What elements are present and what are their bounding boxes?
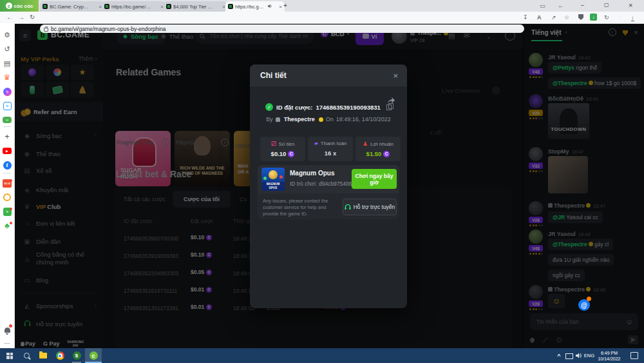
taskbar-search-icon[interactable] bbox=[18, 348, 35, 363]
coin-icon: C bbox=[383, 151, 390, 157]
clover-app-icon[interactable]: ♣ bbox=[0, 221, 14, 231]
bell-icon[interactable] bbox=[0, 325, 14, 335]
download-extension-icon[interactable]: ↓ bbox=[590, 14, 597, 21]
messenger-icon[interactable]: ϟ bbox=[0, 86, 14, 97]
tab-audio-icon[interactable] bbox=[268, 4, 272, 10]
history-icon[interactable]: ↺ bbox=[0, 44, 14, 54]
explorer-icon[interactable] bbox=[35, 348, 52, 363]
lock-icon[interactable] bbox=[44, 28, 48, 32]
coccoc-logo-icon: c bbox=[6, 3, 12, 9]
translate-icon[interactable]: A bbox=[537, 14, 542, 21]
pin-arrow-icon[interactable]: ← bbox=[558, 3, 564, 9]
copy-icon[interactable] bbox=[386, 104, 392, 110]
sync-icon[interactable]: ↻ bbox=[604, 14, 609, 21]
browser-tab-active[interactable]: B https://bc.game/vi/game × bbox=[225, 1, 285, 12]
bet-id-value[interactable]: 1746863539190093831 bbox=[316, 104, 381, 111]
address-bar[interactable]: bc.game/vi/game/magnum-opus-by-endorphin… bbox=[40, 25, 524, 33]
adblock-shield-icon[interactable] bbox=[578, 14, 583, 20]
feed-icon[interactable]: ▤ bbox=[0, 58, 14, 68]
notification-dot bbox=[10, 208, 12, 210]
payout-wallet-icon: ▰ bbox=[314, 141, 318, 146]
amount-dice-icon: ⚂ bbox=[271, 141, 276, 147]
tab-favicon: B bbox=[104, 4, 109, 9]
more-icon[interactable]: ⋯ bbox=[0, 338, 14, 348]
shopee-icon[interactable]: 10.10 bbox=[0, 178, 14, 188]
bet-user[interactable]: Thespectre bbox=[284, 116, 315, 123]
volume-tray-icon[interactable] bbox=[574, 348, 583, 363]
windows-logo-icon bbox=[6, 353, 13, 359]
games-icon[interactable]: •• bbox=[0, 115, 14, 125]
start-button[interactable] bbox=[1, 348, 18, 363]
network-tray-icon[interactable] bbox=[564, 348, 574, 363]
new-tab-button[interactable]: + bbox=[283, 2, 287, 9]
notification-dot bbox=[9, 324, 12, 328]
share-page-icon[interactable]: ↗ bbox=[551, 14, 556, 21]
tray-date: 10/14/2022 bbox=[598, 356, 620, 362]
game-id-value[interactable]: d94cb975406... bbox=[319, 181, 357, 187]
chrome-icon[interactable] bbox=[52, 348, 68, 363]
user-badge-icon bbox=[276, 117, 280, 122]
browser-tab-bar: c cốc cốc B BC.Game: Crypto Casino Gan ×… bbox=[0, 0, 644, 12]
gift-app-icon[interactable]: + bbox=[0, 206, 14, 217]
mention-badge bbox=[587, 297, 591, 301]
tab-close-icon[interactable]: × bbox=[279, 4, 282, 10]
coccoc-taskbar-icon[interactable]: c bbox=[85, 348, 102, 363]
at-icon: @ bbox=[581, 302, 587, 309]
reload-icon[interactable]: ↻ bbox=[30, 14, 35, 21]
bet-id-row: ✓ ID đặt cược: 1746863539190093831 bbox=[250, 103, 407, 111]
verified-icon: ✓ bbox=[265, 103, 273, 111]
save-page-icon[interactable]: ↧ bbox=[523, 14, 528, 21]
game-thumb[interactable]: MAGNUMOPUS bbox=[261, 168, 285, 191]
downloads-icon[interactable]: ↓ bbox=[631, 14, 634, 21]
play-now-button[interactable]: Chơi ngay bây giờ bbox=[352, 169, 397, 189]
browser-tab[interactable]: B BC.Game: Crypto Casino Gan × bbox=[40, 1, 104, 12]
on-label: On bbox=[326, 116, 334, 123]
tab-title: BC.Game: Crypto Casino Gan bbox=[50, 4, 90, 10]
modal-close-icon[interactable]: × bbox=[393, 71, 398, 81]
url-text[interactable]: bc.game/vi/game/magnum-opus-by-endorphin… bbox=[51, 26, 166, 32]
bookmark-star-icon[interactable]: ☆ bbox=[564, 14, 569, 21]
notification-dot bbox=[10, 179, 12, 182]
bet-datetime: 18:49:16, 14/10/2022 bbox=[336, 116, 391, 123]
bet-details-modal: Chi tiết × ✓ ID đặt cược: 17468635391900… bbox=[250, 64, 407, 308]
youtube-icon[interactable]: ▶ bbox=[0, 146, 14, 156]
game-name[interactable]: Magnum Opus bbox=[290, 170, 334, 177]
back-icon[interactable]: ← bbox=[6, 14, 13, 21]
window-maximize[interactable]: ▢ bbox=[604, 2, 609, 8]
clock-app-icon[interactable] bbox=[0, 192, 14, 202]
browser-toolbar: ← → ↻ bc.game/vi/game/magnum-opus-by-end… bbox=[0, 12, 644, 24]
modal-title: Chi tiết bbox=[260, 71, 287, 80]
stat-amount: ⚂Số tiền $0.10C bbox=[260, 137, 305, 161]
window-close[interactable]: × bbox=[629, 1, 632, 9]
facebook-icon[interactable]: f bbox=[0, 160, 14, 170]
bet-by-row: By Thespectre On 18:49:16, 14/10/2022 bbox=[250, 116, 407, 123]
stat-payout: ▰Thanh toán 16 x bbox=[308, 137, 353, 161]
browser-tab[interactable]: B $4,000 Top Tier Endorphina × bbox=[164, 1, 228, 12]
sidebar-divider bbox=[3, 126, 11, 127]
tray-expand-icon[interactable]: ^ bbox=[554, 348, 564, 363]
taskbar: $ c ^ ENG 6:49 PM 10/14/2022 bbox=[0, 348, 644, 363]
finance-app-icon[interactable]: $ bbox=[68, 348, 85, 363]
forward-icon[interactable]: → bbox=[18, 14, 24, 21]
tab-favicon: B bbox=[43, 4, 48, 9]
wave-app-icon[interactable]: ≈ bbox=[0, 101, 14, 111]
language-indicator[interactable]: ENG bbox=[583, 348, 595, 363]
panel-toggle-icon[interactable]: ▭ bbox=[540, 3, 545, 9]
add-shortcut-icon[interactable]: + bbox=[0, 132, 14, 142]
coin-icon: C bbox=[288, 151, 294, 157]
modal-header: Chi tiết × bbox=[250, 64, 407, 86]
tab-title: https://bc.game/vi/game bbox=[235, 4, 266, 10]
sidebar-divider bbox=[3, 173, 11, 173]
tray-time: 6:49 PM bbox=[601, 350, 618, 356]
action-center-icon[interactable] bbox=[627, 348, 641, 363]
settings-icon[interactable]: ⚙ bbox=[0, 30, 14, 40]
support-button[interactable]: Hỗ trợ trực tuyến bbox=[343, 199, 397, 215]
coccoc-brand[interactable]: c cốc cốc bbox=[0, 0, 39, 12]
notification-dot bbox=[10, 222, 12, 224]
support-note-card: Any issues, please contact the customer … bbox=[258, 193, 399, 219]
by-label: By bbox=[266, 116, 273, 123]
browser-tab[interactable]: B https://bc.game/vi/game/the × bbox=[102, 1, 166, 12]
clock-tray[interactable]: 6:49 PM 10/14/2022 bbox=[595, 348, 623, 363]
crown-icon[interactable]: ♛ bbox=[0, 72, 14, 83]
window-minimize[interactable]: – bbox=[581, 2, 584, 8]
